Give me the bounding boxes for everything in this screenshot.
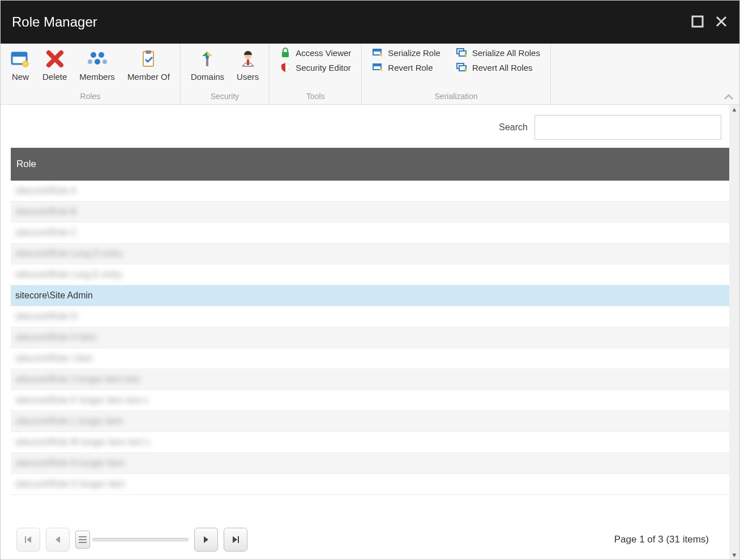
- table-row[interactable]: sitecore\Role L longer item: [11, 411, 729, 432]
- svg-point-9: [95, 59, 100, 65]
- svg-rect-28: [238, 536, 239, 543]
- table-row[interactable]: sitecore\Role N longer item: [11, 453, 729, 474]
- table-row[interactable]: sitecore\Role Long D entry: [11, 243, 729, 264]
- ribbon-group-serialization: Serialize Role Revert Role Serialize All…: [362, 44, 551, 104]
- role-name: sitecore\Role I item: [15, 353, 93, 364]
- table-row[interactable]: sitecore\Role Long E entry: [11, 264, 729, 285]
- grid-header-role[interactable]: Role: [11, 148, 729, 181]
- role-name: sitecore\Role L longer item: [15, 416, 123, 426]
- table-row[interactable]: sitecore\Role M longer item text x: [11, 432, 729, 453]
- svg-rect-20: [373, 49, 381, 52]
- table-row[interactable]: sitecore\Role J longer item text: [11, 369, 729, 390]
- role-name: sitecore\Role J longer item text: [15, 374, 140, 384]
- content-area: Search Role sitecore\Role Asitecore\Role…: [1, 105, 739, 559]
- maximize-icon[interactable]: [691, 15, 704, 30]
- ribbon: + New Delete Members: [1, 44, 739, 105]
- search-label: Search: [499, 122, 528, 132]
- access-viewer-button[interactable]: Access Viewer: [280, 47, 351, 58]
- revert-role-button[interactable]: Revert Role: [372, 62, 433, 73]
- svg-rect-4: [12, 53, 27, 57]
- new-icon: +: [11, 49, 30, 69]
- ribbon-group-label: Serialization: [435, 91, 478, 102]
- svg-rect-13: [146, 50, 151, 54]
- role-name: sitecore\Role M longer item text x: [15, 437, 149, 447]
- ribbon-group-label: Roles: [80, 91, 101, 102]
- delete-icon: [45, 49, 65, 69]
- role-name: sitecore\Site Admin: [15, 290, 93, 301]
- slider-handle-icon[interactable]: [75, 531, 90, 549]
- window-title: Role Manager: [12, 14, 97, 30]
- member-of-icon: [139, 49, 158, 69]
- svg-rect-18: [282, 52, 289, 57]
- role-name: sitecore\Role N longer item: [15, 458, 125, 468]
- grid-body: sitecore\Role Asitecore\Role Bsitecore\R…: [11, 181, 729, 520]
- domains-button[interactable]: Domains: [191, 47, 224, 82]
- table-row[interactable]: sitecore\Role G: [11, 306, 729, 327]
- svg-rect-22: [373, 64, 381, 66]
- role-name: sitecore\Role H item: [15, 332, 97, 343]
- table-row[interactable]: sitecore\Site Admin: [11, 285, 729, 306]
- roles-grid: Role sitecore\Role Asitecore\Role Bsitec…: [11, 148, 729, 520]
- role-name: sitecore\Role Long E entry: [15, 270, 122, 280]
- svg-point-7: [91, 52, 96, 58]
- users-icon: [238, 49, 258, 69]
- table-row[interactable]: sitecore\Role B: [11, 202, 729, 223]
- role-name: sitecore\Role G: [15, 311, 78, 322]
- revert-all-icon: [456, 62, 468, 73]
- role-name: sitecore\Role A: [15, 186, 76, 196]
- serialize-role-button[interactable]: Serialize Role: [372, 47, 440, 58]
- window-controls: [691, 15, 728, 30]
- pager-prev-button[interactable]: [46, 528, 70, 552]
- lock-icon: [280, 47, 291, 58]
- pager-status: Page 1 of 3 (31 items): [614, 534, 709, 545]
- vertical-scrollbar[interactable]: ▲ ▼: [729, 105, 739, 559]
- serialize-all-roles-button[interactable]: Serialize All Roles: [456, 47, 540, 58]
- users-button[interactable]: Users: [237, 47, 259, 82]
- ribbon-group-label: Tools: [306, 91, 325, 102]
- ribbon-group-label: Security: [211, 91, 239, 102]
- pager-next-button[interactable]: [194, 528, 218, 552]
- search-input[interactable]: [534, 115, 721, 140]
- member-of-button[interactable]: Member Of: [127, 47, 170, 82]
- revert-icon: [372, 62, 383, 73]
- table-row[interactable]: sitecore\Role H item: [11, 327, 729, 348]
- members-button[interactable]: Members: [79, 47, 115, 82]
- role-name: sitecore\Role O longer item: [15, 479, 125, 489]
- serialize-all-icon: [456, 47, 468, 58]
- svg-point-10: [88, 59, 92, 64]
- shield-icon: [280, 62, 291, 73]
- role-manager-window: Role Manager + New: [0, 0, 740, 560]
- ribbon-group-tools: Access Viewer Security Editor Tools: [270, 44, 362, 104]
- serialize-icon: [372, 47, 383, 58]
- domains-icon: [198, 49, 217, 69]
- table-row[interactable]: sitecore\Role K longer item text x: [11, 390, 729, 411]
- scroll-up-icon[interactable]: ▲: [731, 106, 738, 113]
- revert-all-roles-button[interactable]: Revert All Roles: [456, 62, 533, 73]
- ribbon-group-security: Domains Users Security: [181, 44, 270, 104]
- pager-slider[interactable]: [75, 531, 189, 549]
- svg-rect-27: [25, 536, 26, 543]
- search-row: Search: [1, 105, 729, 148]
- ribbon-group-roles: + New Delete Members: [1, 44, 181, 104]
- security-editor-button[interactable]: Security Editor: [280, 62, 351, 73]
- role-name: sitecore\Role Long D entry: [15, 249, 122, 259]
- svg-point-11: [102, 59, 107, 64]
- delete-button[interactable]: Delete: [42, 47, 67, 82]
- role-name: sitecore\Role B: [15, 207, 77, 217]
- ribbon-collapse-icon[interactable]: [724, 92, 734, 102]
- scroll-down-icon[interactable]: ▼: [731, 552, 738, 558]
- svg-point-8: [99, 52, 104, 58]
- table-row[interactable]: sitecore\Role A: [11, 181, 729, 202]
- table-row[interactable]: sitecore\Role O longer item: [11, 474, 729, 495]
- table-row[interactable]: sitecore\Role I item: [11, 348, 729, 369]
- role-name: sitecore\Role K longer item text x: [15, 395, 148, 405]
- table-row[interactable]: sitecore\Role C: [11, 223, 729, 243]
- slider-track[interactable]: [92, 538, 189, 541]
- pager-first-button[interactable]: [16, 528, 40, 552]
- close-icon[interactable]: [715, 15, 728, 30]
- role-name: sitecore\Role C: [15, 228, 77, 238]
- pager-last-button[interactable]: [224, 528, 247, 552]
- svg-rect-17: [247, 59, 249, 65]
- new-button[interactable]: + New: [11, 47, 30, 82]
- svg-text:+: +: [24, 61, 27, 67]
